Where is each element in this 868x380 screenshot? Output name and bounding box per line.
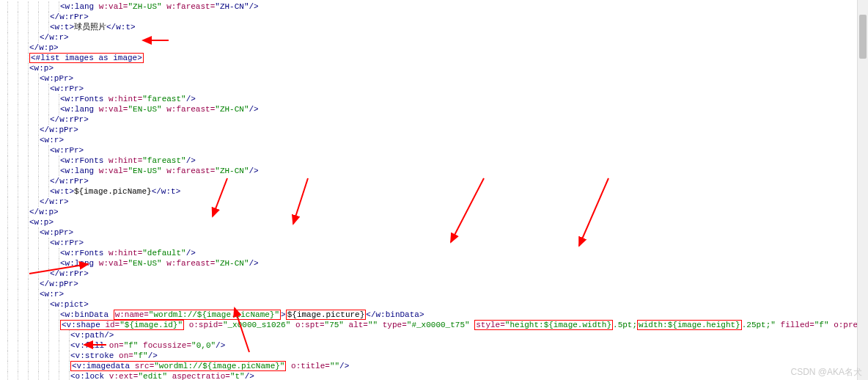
code-content: <v:shape id="${image.id}" o:spid="_x0000…: [60, 320, 868, 330]
code-content: <v:imagedata src="wordml://${image.picNa…: [70, 361, 349, 371]
code-content: <v:path/>: [70, 331, 114, 340]
code-content: <v:stroke on="f"/>: [70, 351, 158, 360]
code-line: </w:rPr>: [0, 12, 868, 22]
code-line: <w:rFonts w:hint="fareast"/>: [0, 94, 868, 104]
code-line: <v:imagedata src="wordml://${image.picNa…: [0, 361, 868, 371]
code-line: <w:pict>: [0, 299, 868, 310]
code-line: <w:lang w:val="EN-US" w:fareast="ZH-CN"/…: [0, 166, 868, 176]
code-line: </w:rPr>: [0, 176, 868, 186]
code-line: <w:pPr>: [0, 227, 868, 238]
code-line: <w:lang w:val="EN-US" w:fareast="ZH-CN"/…: [0, 104, 868, 114]
code-content: <w:r>: [40, 290, 64, 299]
code-line: <w:r>: [0, 289, 868, 299]
code-line: <v:stroke on="f"/>: [0, 351, 868, 361]
code-line: <w:t>${image.picName}</w:t>: [0, 186, 868, 197]
code-line: </w:rPr>: [0, 114, 868, 125]
code-content: </w:rPr>: [50, 177, 89, 186]
code-line: </w:r>: [0, 197, 868, 207]
code-content: </w:r>: [40, 33, 69, 42]
code-line: <w:p>: [0, 217, 868, 227]
code-line: <w:lang w:val="ZH-US" w:fareast="ZH-CN"/…: [0, 1, 868, 12]
code-content: <w:lang w:val="EN-US" w:fareast="ZH-CN"/…: [60, 167, 259, 175]
code-line: <w:p>: [0, 63, 868, 73]
code-line: <w:binData w:name="wordml://${image.picN…: [0, 310, 868, 320]
watermark: CSDN @AKA名犬: [790, 367, 862, 377]
code-line: </w:pPr>: [0, 279, 868, 289]
code-line: <o:lock v:ext="edit" aspectratio="t"/>: [0, 371, 868, 380]
code-line: <w:pPr>: [0, 73, 868, 84]
xml-code-block: <w:lang w:val="ZH-US" w:fareast="ZH-CN"/…: [0, 0, 868, 380]
code-content: <w:pict>: [50, 300, 89, 309]
code-content: </w:pPr>: [40, 279, 78, 288]
code-line: <v:fill on="f" focussize="0,0"/>: [0, 340, 868, 351]
code-line: <w:t>球员照片</w:t>: [0, 22, 868, 32]
code-content: <w:rPr>: [50, 238, 84, 247]
code-content: </w:p>: [29, 43, 59, 52]
code-content: </w:p>: [29, 208, 59, 216]
code-line: </w:r>: [0, 32, 868, 43]
code-line: <w:rPr>: [0, 238, 868, 248]
code-line: <v:path/>: [0, 330, 868, 340]
code-content: <w:p>: [29, 218, 54, 227]
code-content: <w:pPr>: [40, 74, 73, 83]
code-line: <w:rFonts w:hint="default"/>: [0, 248, 868, 258]
code-line: <#list images as image>: [0, 53, 868, 63]
code-line: </w:p>: [0, 207, 868, 217]
code-line: </w:pPr>: [0, 125, 868, 135]
code-content: <w:t>球员照片</w:t>: [50, 23, 136, 32]
code-content: <w:rPr>: [50, 84, 84, 93]
code-content: <w:lang w:val="EN-US" w:fareast="ZH-CN"/…: [60, 259, 259, 268]
code-line: <w:rPr>: [0, 84, 868, 94]
code-content: <v:fill on="f" focussize="0,0"/>: [70, 341, 225, 350]
code-content: <w:rPr>: [50, 146, 84, 155]
scrollbar-thumb[interactable]: [859, 15, 867, 59]
code-content: <w:lang w:val="EN-US" w:fareast="ZH-CN"/…: [60, 105, 259, 114]
code-content: <w:rFonts w:hint="fareast"/>: [60, 156, 196, 165]
code-line: </w:rPr>: [0, 268, 868, 279]
code-content: </w:rPr>: [50, 12, 89, 21]
code-content: <w:binData w:name="wordml://${image.picN…: [60, 310, 424, 320]
code-line: <w:rPr>: [0, 145, 868, 156]
code-content: <o:lock v:ext="edit" aspectratio="t"/>: [70, 372, 254, 380]
code-content: <w:r>: [40, 136, 64, 145]
code-content: <w:lang w:val="ZH-US" w:fareast="ZH-CN"/…: [60, 2, 259, 11]
code-line: <w:lang w:val="EN-US" w:fareast="ZH-CN"/…: [0, 258, 868, 268]
code-content: <w:pPr>: [40, 228, 73, 237]
code-line: <w:r>: [0, 135, 868, 145]
code-content: </w:rPr>: [50, 269, 89, 278]
code-content: <w:t>${image.picName}</w:t>: [50, 187, 180, 196]
code-content: <w:rFonts w:hint="fareast"/>: [60, 95, 196, 103]
code-content: </w:pPr>: [40, 125, 78, 134]
code-line: <w:rFonts w:hint="fareast"/>: [0, 156, 868, 166]
code-line: </w:p>: [0, 43, 868, 53]
code-content: </w:rPr>: [50, 115, 89, 124]
code-content: <#list images as image>: [29, 53, 144, 63]
code-content: <w:p>: [29, 64, 54, 73]
code-content: </w:r>: [40, 197, 69, 206]
vertical-scrollbar[interactable]: [857, 0, 868, 380]
code-content: <w:rFonts w:hint="default"/>: [60, 249, 196, 257]
code-line: <v:shape id="${image.id}" o:spid="_x0000…: [0, 320, 868, 330]
